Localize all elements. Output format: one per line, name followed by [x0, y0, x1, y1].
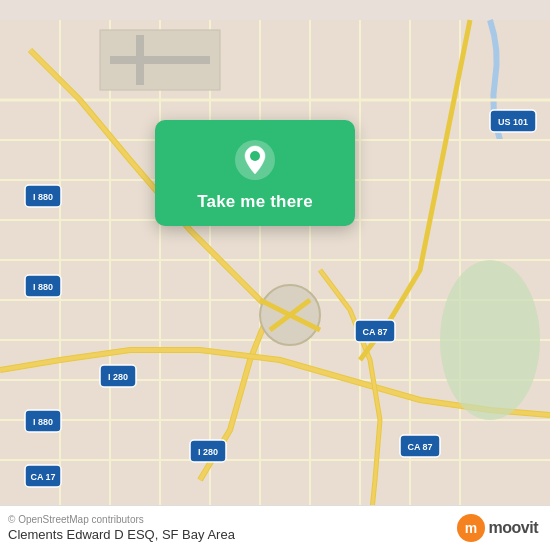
- place-name: Clements Edward D ESQ, SF Bay Area: [8, 527, 235, 542]
- moovit-icon: m: [457, 514, 485, 542]
- svg-text:CA 17: CA 17: [30, 472, 55, 482]
- navigation-card[interactable]: Take me there: [155, 120, 355, 226]
- svg-text:I 280: I 280: [108, 372, 128, 382]
- bottom-bar: © OpenStreetMap contributors Clements Ed…: [0, 505, 550, 550]
- moovit-text: moovit: [489, 519, 538, 537]
- map-background: I 880 I 880 I 880 I 280 I 280 CA 17 CA 8…: [0, 0, 550, 550]
- svg-text:US 101: US 101: [498, 117, 528, 127]
- map-attribution: © OpenStreetMap contributors: [8, 514, 235, 525]
- svg-text:I 880: I 880: [33, 192, 53, 202]
- svg-text:I 280: I 280: [198, 447, 218, 457]
- svg-point-23: [440, 260, 540, 420]
- svg-text:CA 87: CA 87: [407, 442, 432, 452]
- svg-text:m: m: [464, 520, 476, 536]
- take-me-there-button[interactable]: Take me there: [197, 192, 313, 212]
- moovit-logo: m moovit: [457, 514, 538, 542]
- location-pin-icon: [233, 138, 277, 182]
- map-container: I 880 I 880 I 880 I 280 I 280 CA 17 CA 8…: [0, 0, 550, 550]
- svg-text:CA 87: CA 87: [362, 327, 387, 337]
- svg-text:I 880: I 880: [33, 282, 53, 292]
- bottom-info: © OpenStreetMap contributors Clements Ed…: [8, 514, 235, 542]
- svg-point-44: [250, 151, 260, 161]
- svg-text:I 880: I 880: [33, 417, 53, 427]
